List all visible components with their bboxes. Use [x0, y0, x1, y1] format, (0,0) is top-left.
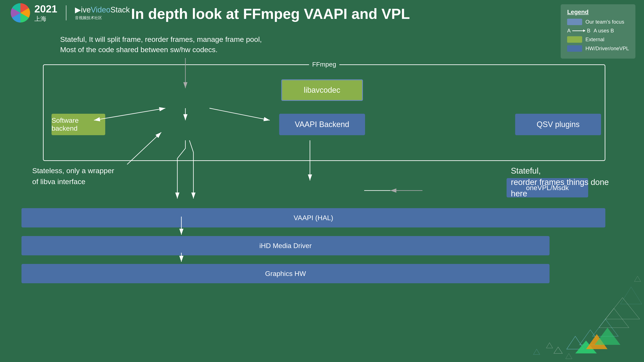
software-backend-label: Software backend: [52, 116, 105, 132]
libavcodec-box: libavcodec: [281, 79, 363, 101]
vaapi-backend-label: VAAPI Backend: [295, 120, 349, 129]
graphics-hw-box: Graphics HW: [22, 264, 550, 283]
annotation-left-title: Stateless, only a wrapper: [32, 165, 114, 176]
annotation-left-sub: of libva interface: [32, 176, 114, 187]
libavcodec-label: libavcodec: [304, 86, 340, 95]
vaapi-backend-box: VAAPI Backend: [279, 114, 365, 135]
ffmpeg-label: FFmpeg: [309, 61, 340, 68]
annotation-right-sub: reorder frames things done here: [511, 177, 618, 199]
legend-focus-box: [567, 19, 582, 25]
svg-marker-16: [605, 298, 640, 319]
qsv-plugins-label: QSV plugins: [537, 120, 580, 129]
qsv-plugins-box: QSV plugins: [515, 114, 601, 135]
svg-marker-25: [634, 276, 641, 282]
vaapi-hal-box: VAAPI (HAL): [22, 208, 605, 227]
svg-marker-17: [620, 287, 642, 304]
legend-item-focus: Our team's focus: [567, 19, 629, 25]
svg-marker-24: [566, 354, 572, 359]
annotation-right: Stateful, reorder frames things done her…: [511, 165, 618, 200]
ihd-driver-box: iHD Media Driver: [22, 236, 550, 255]
legend-focus-label: Our team's focus: [586, 19, 624, 25]
year-city: 2021 上海: [34, 3, 57, 23]
decorative-triangles-svg: [515, 255, 644, 362]
graphics-hw-label: Graphics HW: [265, 270, 306, 278]
logo-icon: [11, 3, 30, 22]
svg-marker-15: [599, 308, 629, 328]
vaapi-hal-label: VAAPI (HAL): [294, 214, 333, 222]
annotation-top: Stateful, It will split frame, reorder f…: [60, 34, 262, 55]
svg-marker-21: [554, 347, 562, 354]
legend-title: Legend: [567, 8, 629, 15]
svg-marker-22: [546, 343, 553, 348]
svg-marker-23: [534, 349, 540, 355]
city-text: 上海: [34, 15, 57, 23]
ihd-driver-label: iHD Media Driver: [260, 242, 312, 250]
decorative-area: [515, 255, 644, 362]
header-divider: [66, 5, 66, 20]
main-title: In depth look at FFmpeg VAAPI and VPL: [90, 5, 451, 22]
ffmpeg-box: FFmpeg: [43, 64, 605, 161]
annotation-right-title: Stateful,: [511, 165, 618, 177]
year-text: 2021: [34, 3, 57, 15]
software-backend-box: Software backend: [52, 114, 105, 135]
annotation-left: Stateless, only a wrapper of libva inter…: [32, 165, 114, 187]
